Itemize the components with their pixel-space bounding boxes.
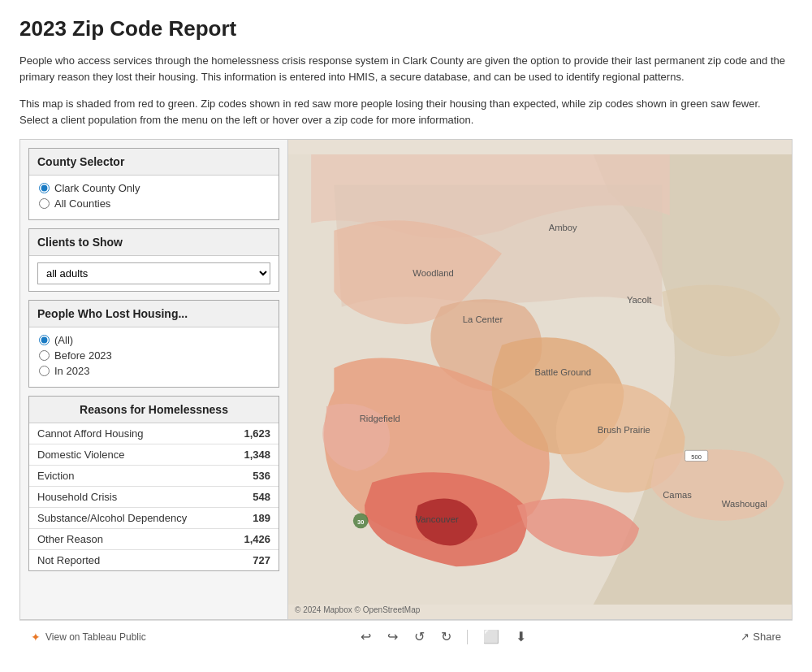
svg-text:Ridgefield: Ridgefield [360, 414, 400, 423]
bottom-toolbar: ✦ View on Tableau Public ↩ ↪ ↺ ↻ ⬜ ⬇ ↗ S… [19, 620, 793, 652]
county-option-all[interactable]: All Counties [39, 197, 269, 210]
reasons-row: Eviction 536 [29, 466, 279, 487]
reason-label: Not Reported [29, 550, 227, 571]
reset-button[interactable]: ↺ [410, 627, 429, 646]
toolbar-right: ↗ Share [741, 631, 781, 643]
housing-label-in2023: In 2023 [54, 365, 89, 377]
toolbar-left: ✦ View on Tableau Public [31, 631, 146, 644]
description-2: This map is shaded from red to green. Zi… [19, 96, 793, 128]
county-label-all: All Counties [54, 197, 110, 210]
share-button[interactable]: ↗ Share [741, 631, 781, 643]
clients-select-wrapper: all adults individuals families [29, 256, 279, 291]
svg-text:Amboy: Amboy [549, 223, 577, 232]
main-content: County Selector Clark County Only All Co… [19, 139, 793, 620]
people-lost-housing-section: People Who Lost Housing... (All) Before … [28, 300, 279, 388]
map-area[interactable]: 30 500 Amboy Woodland La Center Yacolt R… [288, 140, 792, 619]
housing-label-before2023: Before 2023 [54, 349, 112, 362]
toolbar-center: ↩ ↪ ↺ ↻ ⬜ ⬇ [356, 627, 530, 646]
svg-text:Vancouver: Vancouver [416, 514, 459, 524]
reason-value: 1,348 [227, 444, 279, 466]
county-radio-all[interactable] [39, 198, 50, 209]
county-selector-section: County Selector Clark County Only All Co… [28, 148, 279, 220]
svg-text:Battle Ground: Battle Ground [534, 367, 591, 377]
page-title: 2023 Zip Code Report [19, 16, 793, 41]
county-option-clark[interactable]: Clark County Only [39, 182, 269, 194]
housing-option-all[interactable]: (All) [39, 334, 269, 346]
view-on-tableau-link[interactable]: View on Tableau Public [45, 631, 146, 643]
page-content: 2023 Zip Code Report People who access s… [0, 0, 812, 652]
reasons-row: Household Crisis 548 [29, 487, 279, 508]
county-selector-title: County Selector [29, 149, 279, 176]
reasons-section: Reasons for Homelessness Cannot Afford H… [28, 396, 279, 571]
clients-select[interactable]: all adults individuals families [37, 262, 270, 284]
fullscreen-button[interactable]: ⬜ [479, 627, 503, 646]
reasons-row: Cannot Afford Housing 1,623 [29, 423, 279, 444]
svg-text:500: 500 [691, 453, 702, 461]
reason-value: 536 [227, 466, 279, 487]
map-svg: 30 500 Amboy Woodland La Center Yacolt R… [288, 140, 792, 619]
reason-value: 1,623 [227, 423, 279, 444]
housing-radio-all[interactable] [39, 335, 50, 345]
share-label: Share [753, 631, 781, 643]
svg-text:Yacolt: Yacolt [627, 295, 652, 305]
housing-radio-in2023[interactable] [39, 366, 50, 376]
tableau-icon: ✦ [31, 631, 41, 644]
reasons-title: Reasons for Homelessness [29, 397, 279, 423]
left-panel: County Selector Clark County Only All Co… [20, 140, 288, 619]
people-lost-housing-content: (All) Before 2023 In 2023 [29, 327, 279, 387]
clients-to-show-title: Clients to Show [29, 229, 279, 256]
reasons-row: Domestic Violence 1,348 [29, 444, 279, 466]
redo-button[interactable]: ↪ [383, 627, 402, 646]
svg-text:Washougal: Washougal [722, 499, 767, 509]
description-1: People who access services through the h… [19, 53, 793, 85]
county-selector-content: Clark County Only All Counties [29, 176, 279, 219]
svg-text:Camas: Camas [663, 490, 692, 500]
people-lost-housing-title: People Who Lost Housing... [29, 301, 279, 327]
undo-button[interactable]: ↩ [356, 627, 375, 646]
housing-option-in2023[interactable]: In 2023 [39, 365, 269, 377]
housing-radio-before2023[interactable] [39, 350, 50, 361]
toolbar-separator [467, 630, 468, 644]
county-label-clark: Clark County Only [54, 182, 140, 194]
reason-label: Cannot Afford Housing [29, 423, 227, 444]
reason-value: 727 [227, 550, 279, 571]
page-wrapper: 2023 Zip Code Report People who access s… [0, 0, 812, 652]
svg-text:30: 30 [357, 518, 364, 526]
reasons-row: Not Reported 727 [29, 550, 279, 571]
download-button[interactable]: ⬇ [512, 627, 530, 646]
reason-label: Eviction [29, 466, 227, 487]
svg-text:Brush Prairie: Brush Prairie [598, 425, 650, 435]
reason-value: 548 [227, 487, 279, 508]
reasons-row: Substance/Alcohol Dependency 189 [29, 508, 279, 529]
clients-to-show-section: Clients to Show all adults individuals f… [28, 228, 279, 292]
share-icon: ↗ [741, 631, 749, 643]
svg-text:La Center: La Center [463, 314, 503, 324]
housing-label-all: (All) [54, 334, 73, 346]
reason-label: Substance/Alcohol Dependency [29, 508, 227, 529]
svg-text:Woodland: Woodland [412, 268, 454, 278]
reason-label: Household Crisis [29, 487, 227, 508]
county-radio-clark[interactable] [39, 183, 50, 193]
reason-value: 1,426 [227, 529, 279, 550]
reasons-row: Other Reason 1,426 [29, 529, 279, 550]
housing-option-before2023[interactable]: Before 2023 [39, 349, 269, 362]
reasons-table: Cannot Afford Housing 1,623 Domestic Vio… [29, 423, 279, 570]
reason-label: Other Reason [29, 529, 227, 550]
reason-label: Domestic Violence [29, 444, 227, 466]
refresh-button[interactable]: ↻ [437, 627, 456, 646]
reason-value: 189 [227, 508, 279, 529]
